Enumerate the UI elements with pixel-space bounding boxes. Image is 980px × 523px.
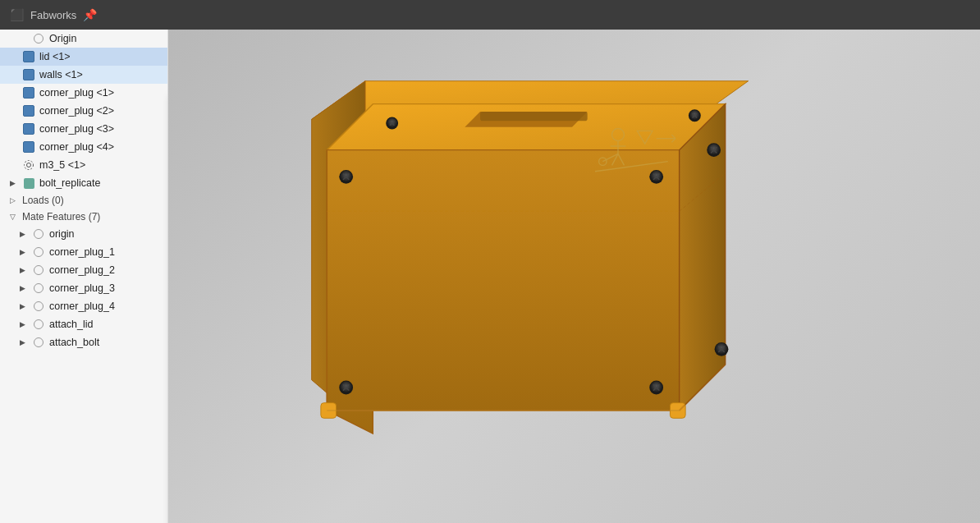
- sidebar-item-walls[interactable]: walls <1>: [0, 66, 167, 84]
- sidebar-label-mf-attach-bolt: attach_bolt: [49, 337, 99, 348]
- sidebar-item-corner-plug-2[interactable]: corner_plug <2>: [0, 102, 167, 120]
- sidebar-item-mf-corner-plug-4[interactable]: ▶ corner_plug_4: [0, 297, 167, 315]
- mate-icon: [32, 264, 45, 277]
- sidebar-label-origin: Origin: [49, 33, 76, 44]
- expand-icon: ▶: [16, 264, 28, 276]
- viewport[interactable]: [168, 30, 980, 523]
- app-title: Fabworks: [30, 9, 76, 21]
- sidebar-label-corner-plug-4: corner_plug <4>: [39, 141, 114, 153]
- sidebar-item-mf-corner-plug-3[interactable]: ▶ corner_plug_3: [0, 279, 167, 297]
- mate-icon: [32, 282, 45, 295]
- origin-icon: [32, 32, 45, 45]
- sidebar-item-corner-plug-1[interactable]: corner_plug <1>: [0, 84, 167, 102]
- expand-icon: ▶: [7, 177, 18, 189]
- sidebar-item-mf-attach-lid[interactable]: ▶ attach_lid: [0, 315, 167, 333]
- main-layout: Origin lid <1> walls <1> corner_plug <1>: [0, 30, 980, 523]
- pin-icon: 📌: [83, 8, 97, 21]
- expand-icon: [7, 105, 18, 117]
- sidebar-section-loads[interactable]: ▷ Loads (0): [0, 192, 167, 209]
- expand-icon: [7, 123, 18, 135]
- sidebar-label-mf-corner-plug-4: corner_plug_4: [49, 300, 115, 312]
- expand-icon: ▶: [16, 228, 28, 240]
- 3d-model: [250, 46, 825, 522]
- title-bar: ⬛ Fabworks 📌: [0, 0, 980, 30]
- sidebar-label-corner-plug-1: corner_plug <1>: [39, 87, 114, 99]
- expand-icon: [7, 69, 18, 80]
- mate-origin-icon: [32, 227, 45, 241]
- sidebar-item-mf-corner-plug-2[interactable]: ▶ corner_plug_2: [0, 261, 167, 279]
- sidebar-item-lid[interactable]: lid <1>: [0, 48, 167, 66]
- expand-icon: ▷: [7, 195, 18, 206]
- section-label-mate-features: Mate Features (7): [22, 211, 100, 223]
- sidebar-item-mf-attach-bolt[interactable]: ▶ attach_bolt: [0, 333, 167, 351]
- section-label-loads: Loads (0): [22, 195, 64, 206]
- mate-icon: [32, 318, 45, 331]
- sidebar-label-mf-corner-plug-2: corner_plug_2: [49, 264, 115, 276]
- sidebar-label-bolt-replicate: bolt_replicate: [39, 177, 100, 189]
- sidebar-item-mf-origin[interactable]: ▶ origin: [0, 225, 167, 243]
- expand-icon: ▶: [16, 300, 28, 312]
- sidebar-section-mate-features[interactable]: ▽ Mate Features (7): [0, 209, 167, 225]
- component-icon: [22, 122, 35, 135]
- svg-point-0: [27, 163, 31, 167]
- sidebar-label-mf-corner-plug-1: corner_plug_1: [49, 246, 115, 258]
- mate-icon: [32, 300, 45, 313]
- expand-icon: ▶: [16, 319, 28, 330]
- gear-icon: [22, 158, 35, 172]
- sidebar-label-mf-attach-lid: attach_lid: [49, 319, 94, 330]
- sidebar-item-corner-plug-4[interactable]: corner_plug <4>: [0, 138, 167, 156]
- sidebar-label-m3-5: m3_5 <1>: [39, 159, 85, 171]
- svg-marker-6: [327, 150, 679, 411]
- bolt-icon: [22, 177, 35, 190]
- sidebar-item-bolt-replicate[interactable]: ▶ bolt_replicate: [0, 174, 167, 192]
- component-icon: [22, 104, 35, 117]
- expand-icon: [7, 141, 18, 153]
- sidebar-label-walls: walls <1>: [39, 69, 83, 80]
- sidebar-label-corner-plug-3: corner_plug <3>: [39, 123, 114, 135]
- svg-rect-9: [480, 112, 588, 121]
- sidebar-label-mf-origin: origin: [49, 228, 75, 240]
- expand-icon: ▶: [16, 337, 28, 348]
- sidebar-label-corner-plug-2: corner_plug <2>: [39, 105, 114, 117]
- sidebar-item-origin[interactable]: Origin: [0, 30, 167, 48]
- sidebar-label-lid: lid <1>: [39, 51, 71, 62]
- component-icon: [22, 50, 35, 63]
- sidebar-item-m3-5[interactable]: m3_5 <1>: [0, 156, 167, 174]
- expand-icon: [7, 87, 18, 99]
- sidebar-item-corner-plug-3[interactable]: corner_plug <3>: [0, 120, 167, 138]
- expand-icon: [7, 159, 18, 171]
- expand-icon: [7, 51, 18, 62]
- app-icon: ⬛: [10, 8, 24, 21]
- mate-icon: [32, 245, 45, 259]
- sidebar: Origin lid <1> walls <1> corner_plug <1>: [0, 30, 168, 523]
- component-icon: [22, 140, 35, 154]
- expand-icon: ▶: [16, 246, 28, 258]
- expand-icon: ▶: [16, 282, 28, 294]
- component-icon: [22, 86, 35, 99]
- expand-icon: ▽: [7, 211, 18, 223]
- svg-point-1: [25, 161, 34, 170]
- sidebar-label-mf-corner-plug-3: corner_plug_3: [49, 282, 115, 294]
- sidebar-item-mf-corner-plug-1[interactable]: ▶ corner_plug_1: [0, 243, 167, 261]
- component-icon: [22, 68, 35, 81]
- mate-icon: [32, 336, 45, 349]
- expand-icon: [16, 33, 28, 44]
